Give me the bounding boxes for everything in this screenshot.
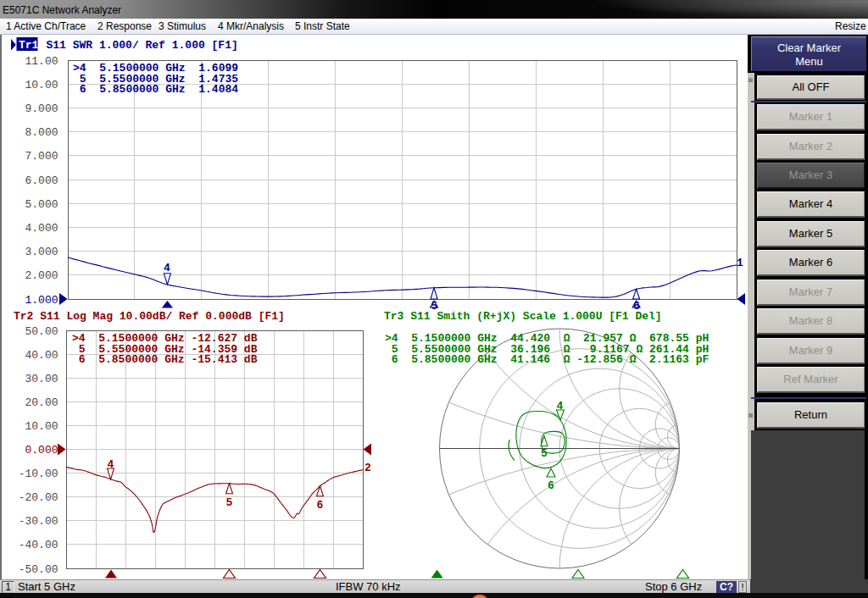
svg-text:6 5.8500000 GHz 41.146 Ω -1: 6 5.8500000 GHz 41.146 Ω -12.856 Ω 2.116… bbox=[385, 353, 709, 366]
svg-text:6: 6 bbox=[548, 479, 554, 492]
svg-text:9.000: 9.000 bbox=[25, 102, 58, 115]
svg-text:50.00: 50.00 bbox=[25, 325, 58, 338]
svg-text:-40.00: -40.00 bbox=[19, 539, 58, 551]
svg-text:7.000: 7.000 bbox=[25, 150, 58, 163]
svg-text:Tr1: Tr1 bbox=[19, 39, 39, 52]
svg-text:6: 6 bbox=[317, 499, 324, 512]
svg-text:-50.00: -50.00 bbox=[19, 563, 58, 576]
svg-text:6 5.8500000 GHz 1.4084: 6 5.8500000 GHz 1.4084 bbox=[73, 83, 238, 96]
svg-text:6 5.8500000 GHz -15.413 dB: 6 5.8500000 GHz -15.413 dB bbox=[72, 353, 258, 366]
svg-text:5: 5 bbox=[541, 447, 548, 460]
svg-text:6.000: 6.000 bbox=[25, 174, 58, 187]
svg-text:3.000: 3.000 bbox=[25, 246, 58, 258]
svg-text:10.00: 10.00 bbox=[25, 79, 58, 91]
svg-text:0.000: 0.000 bbox=[25, 444, 58, 457]
svg-text:Tr3 S11 Smith (R+jX) Scale 1.0: Tr3 S11 Smith (R+jX) Scale 1.000U [F1 De… bbox=[384, 310, 662, 323]
svg-text:20.00: 20.00 bbox=[25, 396, 58, 409]
svg-text:1.000: 1.000 bbox=[25, 294, 58, 307]
svg-text:11.00: 11.00 bbox=[25, 55, 58, 68]
svg-text:4: 4 bbox=[164, 262, 170, 274]
svg-text:4.000: 4.000 bbox=[25, 222, 58, 235]
svg-text:5: 5 bbox=[226, 496, 233, 509]
svg-text:10.00: 10.00 bbox=[25, 420, 58, 433]
svg-text:-20.00: -20.00 bbox=[19, 491, 58, 504]
svg-text:8.000: 8.000 bbox=[25, 126, 58, 139]
svg-text:2: 2 bbox=[364, 462, 371, 474]
svg-text:6: 6 bbox=[633, 300, 640, 313]
svg-text:S11 SWR 1.000/ Ref 1.000 [F1]: S11 SWR 1.000/ Ref 1.000 [F1] bbox=[47, 39, 238, 52]
svg-text:2.000: 2.000 bbox=[25, 269, 58, 282]
svg-text:5: 5 bbox=[431, 300, 438, 313]
svg-text:30.00: 30.00 bbox=[25, 373, 58, 385]
svg-text:-30.00: -30.00 bbox=[19, 515, 58, 528]
svg-text:5.000: 5.000 bbox=[25, 198, 58, 211]
svg-text:40.00: 40.00 bbox=[25, 349, 58, 362]
svg-text:Tr2 S11 Log Mag 10.00dB/ Ref 0: Tr2 S11 Log Mag 10.00dB/ Ref 0.000dB [F1… bbox=[14, 310, 285, 323]
svg-text:1: 1 bbox=[737, 257, 743, 269]
svg-text:-10.00: -10.00 bbox=[19, 468, 58, 480]
